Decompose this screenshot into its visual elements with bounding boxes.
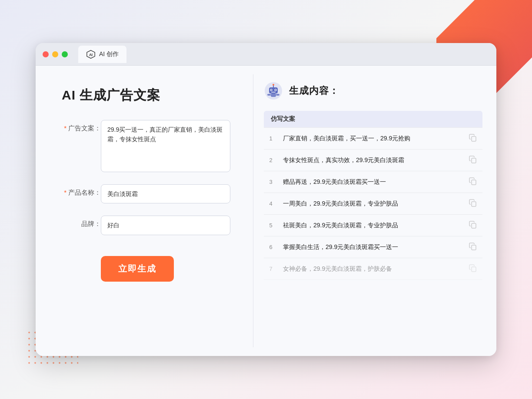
svg-rect-12 bbox=[267, 94, 271, 96]
row-text: 祛斑美白，29.9元美白淡斑霜，专业护肤品 bbox=[278, 215, 463, 236]
row-number: 5 bbox=[264, 215, 278, 236]
row-number: 3 bbox=[264, 171, 278, 193]
svg-rect-19 bbox=[472, 245, 476, 250]
row-copy-cell bbox=[463, 128, 482, 150]
row-text: 掌握美白生活，29.9元美白淡斑霜买一送一 bbox=[278, 236, 463, 258]
svg-rect-17 bbox=[472, 202, 476, 206]
brand-group: 品牌： bbox=[62, 216, 230, 235]
svg-point-7 bbox=[275, 90, 276, 90]
svg-rect-20 bbox=[472, 267, 476, 272]
browser-window: AI AI 创作 AI 生成广告文案 *广告文案： 29.9买一送一，真正的厂家… bbox=[36, 43, 496, 356]
page-title: AI 生成广告文案 bbox=[62, 86, 230, 104]
svg-point-10 bbox=[273, 84, 274, 86]
robot-icon bbox=[264, 81, 283, 100]
copy-icon[interactable] bbox=[469, 133, 477, 142]
window-controls bbox=[43, 51, 68, 57]
table-row: 3赠品再送，29.9元美白淡斑霜买一送一 bbox=[264, 171, 482, 193]
svg-rect-16 bbox=[472, 180, 476, 185]
copy-icon[interactable] bbox=[469, 242, 477, 251]
minimize-button[interactable] bbox=[52, 51, 58, 57]
row-copy-cell bbox=[463, 171, 482, 193]
svg-rect-15 bbox=[472, 158, 476, 163]
table-row: 2专抹女性斑点，真实功效，29.9元美白淡斑霜 bbox=[264, 150, 482, 171]
content-area: AI 生成广告文案 *广告文案： 29.9买一送一，真正的厂家直销，美白淡斑霜，… bbox=[36, 66, 496, 356]
row-text: 一周美白，29.9元美白淡斑霜，专业护肤品 bbox=[278, 193, 463, 215]
table-row: 6掌握美白生活，29.9元美白淡斑霜买一送一 bbox=[264, 236, 482, 258]
brand-input[interactable] bbox=[101, 216, 230, 235]
copy-icon[interactable] bbox=[469, 199, 477, 207]
row-number: 2 bbox=[264, 150, 278, 171]
ad-copy-group: *广告文案： 29.9买一送一，真正的厂家直销，美白淡斑霜，专抹女性斑点 bbox=[62, 120, 230, 172]
brand-label: 品牌： bbox=[62, 216, 101, 228]
copy-icon[interactable] bbox=[469, 264, 477, 273]
tab-label: AI 创作 bbox=[99, 50, 119, 58]
table-header: 仿写文案 bbox=[264, 111, 482, 128]
title-bar: AI AI 创作 bbox=[36, 43, 496, 66]
product-name-group: *产品名称： bbox=[62, 184, 230, 203]
maximize-button[interactable] bbox=[62, 51, 68, 57]
svg-rect-13 bbox=[276, 94, 279, 96]
result-table: 仿写文案 1厂家直销，美白淡斑霜，买一送一，29.9元抢购 2专抹女性斑点，真实… bbox=[264, 111, 482, 280]
row-copy-cell bbox=[463, 258, 482, 280]
ai-tab-icon: AI bbox=[86, 50, 96, 59]
row-number: 6 bbox=[264, 236, 278, 258]
row-copy-cell bbox=[463, 150, 482, 171]
product-name-input[interactable] bbox=[101, 184, 230, 203]
table-row: 7女神必备，29.9元美白淡斑霜，护肤必备 bbox=[264, 258, 482, 280]
ad-copy-input[interactable]: 29.9买一送一，真正的厂家直销，美白淡斑霜，专抹女性斑点 bbox=[101, 120, 230, 172]
row-copy-cell bbox=[463, 193, 482, 215]
row-copy-cell bbox=[463, 236, 482, 258]
result-header: 生成内容： bbox=[264, 81, 482, 100]
copy-icon[interactable] bbox=[469, 177, 477, 186]
row-copy-cell bbox=[463, 215, 482, 236]
row-text: 专抹女性斑点，真实功效，29.9元美白淡斑霜 bbox=[278, 150, 463, 171]
row-number: 4 bbox=[264, 193, 278, 215]
table-row: 1厂家直销，美白淡斑霜，买一送一，29.9元抢购 bbox=[264, 128, 482, 150]
required-star-1: * bbox=[64, 124, 66, 132]
row-text: 赠品再送，29.9元美白淡斑霜买一送一 bbox=[278, 171, 463, 193]
product-name-label: *产品名称： bbox=[62, 184, 101, 197]
row-number: 7 bbox=[264, 258, 278, 280]
table-row: 4一周美白，29.9元美白淡斑霜，专业护肤品 bbox=[264, 193, 482, 215]
svg-rect-18 bbox=[472, 223, 476, 228]
close-button[interactable] bbox=[43, 51, 49, 57]
svg-text:AI: AI bbox=[89, 53, 93, 57]
active-tab[interactable]: AI AI 创作 bbox=[78, 46, 126, 63]
result-title: 生成内容： bbox=[289, 84, 339, 97]
row-text: 厂家直销，美白淡斑霜，买一送一，29.9元抢购 bbox=[278, 128, 463, 150]
row-text: 女神必备，29.9元美白淡斑霜，护肤必备 bbox=[278, 258, 463, 280]
right-panel: 生成内容： 仿写文案 1厂家直销，美白淡斑霜，买一送一，29.9元抢购 2专抹女… bbox=[253, 66, 496, 356]
required-star-2: * bbox=[64, 189, 66, 196]
svg-point-6 bbox=[271, 90, 272, 90]
generate-button[interactable]: 立即生成 bbox=[101, 256, 174, 282]
svg-rect-14 bbox=[472, 136, 476, 141]
copy-icon[interactable] bbox=[469, 155, 477, 164]
svg-rect-8 bbox=[271, 92, 276, 93]
copy-icon[interactable] bbox=[469, 220, 477, 229]
table-row: 5祛斑美白，29.9元美白淡斑霜，专业护肤品 bbox=[264, 215, 482, 236]
svg-rect-11 bbox=[271, 93, 276, 97]
left-panel: AI 生成广告文案 *广告文案： 29.9买一送一，真正的厂家直销，美白淡斑霜，… bbox=[36, 66, 253, 356]
row-number: 1 bbox=[264, 128, 278, 150]
ad-copy-label: *广告文案： bbox=[62, 120, 101, 133]
